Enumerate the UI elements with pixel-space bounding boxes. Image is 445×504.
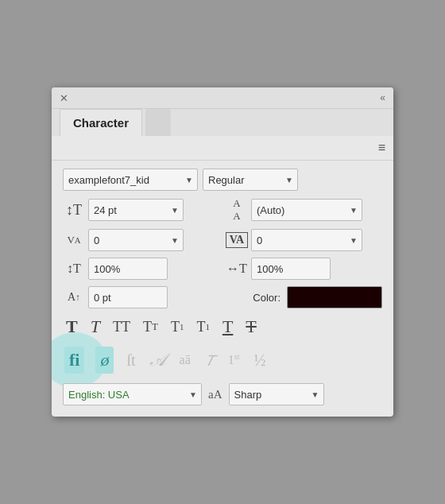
titlebar: ✕ « [52,87,393,109]
horizontal-scale-col: ↔T [226,258,382,280]
antialiasing-icon: aA [208,388,222,401]
font-family-wrapper: examplefont7_kid ▼ [63,169,198,191]
font-size-col: ↕T 24 pt 12 pt 18 pt 36 pt ▼ [63,197,219,223]
size-leading-row: ↕T 24 pt 12 pt 18 pt 36 pt ▼ AA (Auto) [63,197,382,223]
ordinals-button[interactable]: 1st [226,351,242,369]
tracking-col: VA 0 50 100 ▼ [226,229,382,251]
tracking-select[interactable]: 0 50 100 [251,229,362,251]
horizontal-scale-icon: ↔T [226,262,248,276]
antialiasing-wrapper: Sharp None Crisp Strong Smooth ▼ [229,383,324,405]
kerning-tracking-row: VA 0 10 -10 ▼ VA 0 50 100 [63,229,382,251]
bold-button[interactable]: T [64,315,79,339]
leading-select[interactable]: (Auto) 12 pt 18 pt 24 pt [251,199,362,221]
language-wrapper: English: USA English: UK Spanish French … [63,383,202,405]
font-style-select[interactable]: Regular Bold Italic Bold Italic [203,169,298,191]
panel-menu-icon[interactable]: ≡ [378,141,385,155]
ligature-row: fi ø ſt 𝒜 aā 𝘛 1st ½ [63,347,382,374]
font-size-select[interactable]: 24 pt 12 pt 18 pt 36 pt [88,199,184,221]
swash-button[interactable]: 𝒜 [149,348,167,372]
old-style-button[interactable]: ſt [125,350,137,371]
superscript-button[interactable]: T1 [169,317,186,337]
font-family-select[interactable]: examplefont7_kid [63,169,198,191]
tab-secondary[interactable] [145,109,171,136]
antialiasing-select[interactable]: Sharp None Crisp Strong Smooth [229,383,324,405]
kerning-wrapper: 0 10 -10 ▼ [88,229,184,251]
discretionary-ligatures-button[interactable]: ø [95,347,114,374]
baseline-icon: A↑ [63,291,85,304]
style-buttons-row: T T TT TT T1 T1 T T [63,315,382,339]
tracking-icon: VA [226,232,248,248]
tab-character[interactable]: Character [60,109,142,136]
baseline-input[interactable] [88,286,168,308]
kerning-col: VA 0 10 -10 ▼ [63,229,219,251]
contextual-button[interactable]: 𝘛 [203,350,215,371]
panel-header: ≡ [52,136,393,161]
color-col: Color: [226,286,382,308]
highlight-circle: fi [64,347,84,374]
language-select[interactable]: English: USA English: UK Spanish French [63,383,202,405]
color-swatch[interactable] [287,286,382,308]
vertical-scale-col: ↕T [63,258,219,280]
italic-button[interactable]: T [89,315,102,339]
allcaps-button[interactable]: TT [111,317,132,337]
standard-ligatures-button[interactable]: fi [64,347,84,374]
bottom-row: English: USA English: UK Spanish French … [63,383,382,405]
font-family-row: examplefont7_kid ▼ Regular Bold Italic B… [63,169,382,191]
collapse-button[interactable]: « [380,92,385,103]
font-size-icon: ↕T [63,202,85,219]
tab-bar: Character [52,109,393,136]
tracking-wrapper: 0 50 100 ▼ [251,229,362,251]
scale-row: ↕T ↔T [63,258,382,280]
leading-icon: AA [226,197,248,223]
subscript-button[interactable]: T1 [195,317,211,337]
vertical-scale-input[interactable] [88,258,168,280]
baseline-color-row: A↑ Color: [63,286,382,308]
strikethrough-button[interactable]: T [244,315,257,339]
kerning-icon: VA [63,234,85,246]
close-button[interactable]: ✕ [60,93,68,103]
color-label: Color: [253,292,281,304]
leading-col: AA (Auto) 12 pt 18 pt 24 pt ▼ [226,197,382,223]
fractions-button[interactable]: ½ [252,350,267,371]
character-panel: ✕ « Character ≡ examplefont7_kid ▼ Regul… [52,87,393,417]
horizontal-scale-input[interactable] [251,258,331,280]
underline-button[interactable]: T [221,315,234,339]
font-size-wrapper: 24 pt 12 pt 18 pt 36 pt ▼ [88,199,184,221]
vertical-scale-icon: ↕T [63,262,85,276]
panel-content: examplefont7_kid ▼ Regular Bold Italic B… [52,161,393,417]
font-style-wrapper: Regular Bold Italic Bold Italic ▼ [203,169,298,191]
leading-wrapper: (Auto) 12 pt 18 pt 24 pt ▼ [251,199,362,221]
smallcaps-button[interactable]: TT [141,317,160,337]
kerning-select[interactable]: 0 10 -10 [88,229,184,251]
baseline-col: A↑ [63,286,219,308]
titling-button[interactable]: aā [178,351,192,369]
